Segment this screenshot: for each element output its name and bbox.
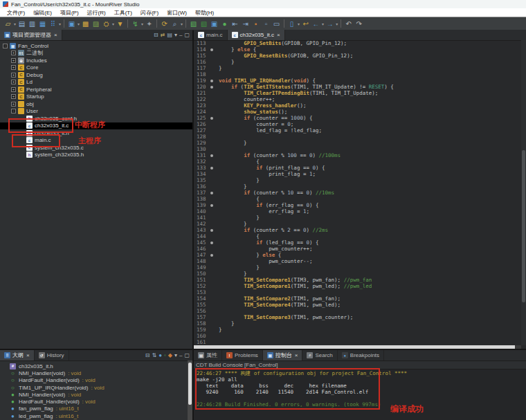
- tab-History[interactable]: ↺History: [35, 350, 69, 360]
- close-icon[interactable]: ×: [26, 352, 30, 358]
- menu-item-4[interactable]: 工具(T): [110, 9, 136, 17]
- device-info-icon[interactable]: ▭: [272, 19, 281, 28]
- tab-ch32x035_it.c[interactable]: cch32x035_it.c×: [228, 30, 285, 40]
- back-icon[interactable]: ←: [311, 19, 320, 28]
- expand-icon[interactable]: +: [11, 102, 16, 107]
- perspective-icon[interactable]: ⠿: [48, 19, 57, 28]
- dropdown-arrow-icon[interactable]: ▾: [112, 21, 114, 26]
- sync-icon[interactable]: ⟳: [160, 19, 169, 28]
- debug-config-icon[interactable]: ▣: [67, 19, 76, 28]
- link-with-editor-icon[interactable]: ⇄: [161, 33, 165, 38]
- collapse-icon[interactable]: -: [11, 109, 16, 113]
- outline-item-led_pwm_flag[interactable]: ●led_pwm_flag : uint16_t: [0, 412, 192, 419]
- save-all-icon[interactable]: ▥: [28, 19, 37, 28]
- outline-item-NMI_Handler(void)[interactable]: ○NMI_Handler(void) : void: [0, 369, 192, 376]
- editor-hscrollbar[interactable]: [194, 345, 521, 349]
- hide-static-icon[interactable]: ◦: [164, 353, 166, 358]
- open-window-icon[interactable]: ▦: [38, 19, 47, 28]
- menu-item-0[interactable]: 文件(F): [3, 9, 29, 17]
- dropdown-arrow-icon[interactable]: ▾: [141, 21, 143, 26]
- search-icon[interactable]: ⌕: [170, 19, 179, 28]
- collapse-all-icon[interactable]: ⊟: [154, 33, 158, 38]
- tab-project-explorer[interactable]: ▣ 项目资源管理器 ×: [0, 30, 62, 40]
- compare-left-icon[interactable]: ⇤: [230, 19, 239, 28]
- memory-view-icon[interactable]: ▫: [262, 19, 271, 28]
- collapse-all-icon[interactable]: ⊟: [145, 353, 150, 358]
- view-menu-icon[interactable]: ▾: [174, 353, 177, 358]
- tree-item-Startup[interactable]: +CStartup: [0, 93, 192, 101]
- tree-item-main.c[interactable]: cmain.c: [0, 137, 192, 145]
- tree-item-ch32x035_it.h[interactable]: hch32x035_it.h: [0, 129, 192, 137]
- download-icon[interactable]: ▼: [116, 19, 125, 28]
- close-icon[interactable]: ×: [54, 32, 57, 38]
- tab-属性[interactable]: ▤属性: [194, 350, 222, 360]
- new-h-file-icon[interactable]: ▧: [199, 19, 208, 28]
- maximize-icon[interactable]: ▢: [184, 353, 190, 358]
- tree-item-Peripheral[interactable]: +CPeripheral: [0, 86, 192, 93]
- tree-item-Ld[interactable]: +CLd: [0, 79, 192, 86]
- tab-Problems[interactable]: !Problems: [222, 350, 263, 360]
- tree-item-Includes[interactable]: +⊕Includes: [0, 57, 192, 64]
- tree-item-User[interactable]: -User: [0, 108, 192, 116]
- compare-right-icon[interactable]: ⇥: [241, 19, 250, 28]
- outline-item-HardFault_Handler(void)[interactable]: ●HardFault_Handler(void) : void: [0, 398, 192, 405]
- undo-icon[interactable]: ↶: [344, 19, 353, 28]
- menu-item-7[interactable]: 帮助(H): [191, 9, 218, 17]
- run-flash-icon[interactable]: ↯: [131, 19, 140, 28]
- expand-icon[interactable]: +: [11, 58, 16, 63]
- new-c-file-icon[interactable]: ▧: [189, 19, 198, 28]
- view-menu-icon[interactable]: ▾: [174, 33, 177, 38]
- outline-item-ch32x035_it.h[interactable]: #ch32x035_it.h: [0, 363, 192, 369]
- tree-item-system_ch32x035.h[interactable]: hsystem_ch32x035.h: [0, 152, 192, 159]
- expand-icon[interactable]: +: [11, 65, 16, 70]
- resume-icon[interactable]: ●: [220, 19, 229, 28]
- menu-item-2[interactable]: 项目(P): [56, 9, 83, 17]
- tab-Search[interactable]: ⌕Search: [302, 350, 337, 360]
- tree-item-system_ch32x035.c[interactable]: csystem_ch32x035.c: [0, 144, 192, 152]
- dropdown-arrow-icon[interactable]: ▾: [78, 21, 80, 26]
- save-icon[interactable]: ▤: [17, 19, 26, 28]
- close-icon[interactable]: ×: [295, 352, 298, 358]
- hide-non-public-icon[interactable]: ◆: [168, 353, 172, 358]
- tree-item-obj[interactable]: +obj: [0, 100, 192, 108]
- tab-Breakpoints[interactable]: ●Breakpoints: [338, 350, 384, 360]
- collapse-icon[interactable]: -: [3, 44, 8, 48]
- tree-item-Core[interactable]: +CCore: [0, 64, 192, 72]
- build-project-icon[interactable]: ▨: [91, 19, 100, 28]
- tree-item-Debug[interactable]: +CDebug: [0, 71, 192, 79]
- maximize-icon[interactable]: ▢: [184, 33, 190, 38]
- new-wizard-icon[interactable]: ▱: [3, 19, 12, 28]
- tab-main.c[interactable]: cmain.c: [194, 30, 228, 40]
- expand-icon[interactable]: +: [11, 51, 16, 55]
- dropdown-arrow-icon[interactable]: ▾: [336, 21, 338, 26]
- tree-item-二进制[interactable]: +01二进制: [0, 50, 192, 57]
- menu-item-1[interactable]: 编辑(E): [29, 9, 56, 17]
- last-edit-icon[interactable]: ↩: [301, 19, 310, 28]
- sort-icon[interactable]: ⇅: [152, 353, 156, 358]
- erase-chip-icon[interactable]: ✦: [145, 19, 154, 28]
- code-editor[interactable]: 113 GPIO_SetBits(GPIOB, GPIO_Pin_12);114…: [194, 40, 521, 345]
- redo-icon[interactable]: ↷: [354, 19, 363, 28]
- minimize-icon[interactable]: –: [179, 33, 182, 38]
- tree-item-Fan_Control[interactable]: -▣Fan_Control: [0, 42, 192, 50]
- chip-debug-icon[interactable]: ▪: [251, 19, 260, 28]
- minimize-icon[interactable]: –: [179, 353, 182, 358]
- outline-item-fan_pwm_flag[interactable]: ●fan_pwm_flag : uint16_t: [0, 405, 192, 412]
- working-set-icon[interactable]: ▤: [167, 33, 172, 38]
- menu-item-6[interactable]: 窗口(W): [163, 9, 191, 17]
- editor-vscrollbar[interactable]: [521, 40, 526, 345]
- menu-item-5[interactable]: 闪存(F): [136, 9, 163, 17]
- tree-item-ch32x035_it.c[interactable]: cch32x035_it.c: [0, 122, 192, 130]
- dropdown-arrow-icon[interactable]: ▾: [181, 21, 183, 26]
- outline-item-TIM1_UP_IRQHandler(void)[interactable]: ○TIM1_UP_IRQHandler(void) : void: [0, 384, 192, 391]
- menu-item-3[interactable]: 运行(R): [83, 9, 110, 17]
- open-type-icon[interactable]: ▯: [287, 19, 296, 28]
- expand-icon[interactable]: +: [11, 87, 16, 92]
- outline-scrollbar[interactable]: [188, 360, 192, 420]
- tree-item-ch32x035_conf.h[interactable]: hch32x035_conf.h: [0, 115, 192, 122]
- hide-fields-icon[interactable]: ●: [158, 353, 162, 358]
- dropdown-arrow-icon[interactable]: ▾: [59, 21, 61, 26]
- forward-icon[interactable]: →: [325, 19, 334, 28]
- close-icon[interactable]: ×: [277, 32, 280, 38]
- console-output[interactable]: 22:46:27 **** 构建 of configuration obj fo…: [194, 369, 526, 420]
